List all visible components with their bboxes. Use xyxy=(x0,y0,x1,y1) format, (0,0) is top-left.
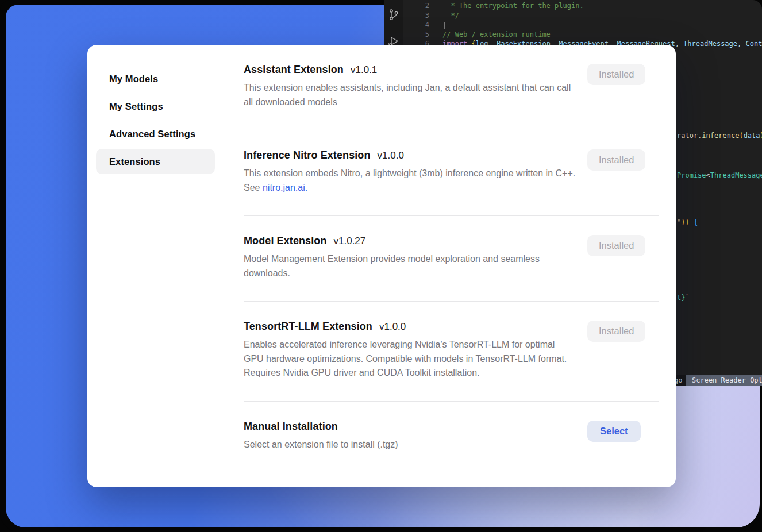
sidebar-item-advanced-settings[interactable]: Advanced Settings xyxy=(96,121,215,147)
extension-description: Select an extension file to install (.tg… xyxy=(244,438,576,452)
extension-row-manual-installation: Manual Installation Select an extension … xyxy=(244,402,659,475)
nitro-jan-ai-link[interactable]: nitro.jan.ai. xyxy=(263,183,307,192)
installed-button[interactable]: Installed xyxy=(587,64,645,85)
sidebar-item-label: Advanced Settings xyxy=(109,129,195,140)
sidebar-item-label: My Models xyxy=(109,74,158,84)
extension-name: TensortRT-LLM Extension xyxy=(244,321,372,333)
sidebar-item-my-settings[interactable]: My Settings xyxy=(96,94,215,119)
installed-button[interactable]: Installed xyxy=(587,235,645,256)
extension-description: Model Management Extension provides mode… xyxy=(244,252,576,280)
extension-row-model: Model Extension v1.0.27 Model Management… xyxy=(244,216,659,301)
desktop-canvas: 2 * The entrypoint for the plugin.3 */45… xyxy=(0,0,762,532)
installed-button[interactable]: Installed xyxy=(587,149,645,171)
extension-info: TensortRT-LLM Extension v1.0.0 Enables a… xyxy=(244,321,576,380)
extension-name: Assistant Extension xyxy=(244,64,344,76)
select-button[interactable]: Select xyxy=(587,421,641,442)
extension-version: v1.0.0 xyxy=(379,321,406,333)
sidebar-item-label: Extensions xyxy=(109,156,160,167)
screen-reader-status-item[interactable]: Screen Reader Optimized xyxy=(686,375,762,386)
sidebar-item-extensions[interactable]: Extensions xyxy=(96,149,215,174)
extension-info: Manual Installation Select an extension … xyxy=(244,421,576,452)
extension-info: Inference Nitro Extension v1.0.0 This ex… xyxy=(244,149,576,195)
extension-row-tensorrt-llm: TensortRT-LLM Extension v1.0.0 Enables a… xyxy=(244,302,659,401)
extensions-list: Assistant Extension v1.0.1 This extensio… xyxy=(224,45,676,487)
code-lines[interactable]: 2 * The entrypoint for the plugin.3 */45… xyxy=(404,1,762,49)
extension-info: Assistant Extension v1.0.1 This extensio… xyxy=(244,64,576,109)
extension-description: This extension embeds Nitro, a lightweig… xyxy=(244,167,576,195)
extension-name: Manual Installation xyxy=(244,421,338,433)
sidebar-item-label: My Settings xyxy=(109,101,163,112)
extension-version: v1.0.27 xyxy=(334,236,366,247)
sidebar-item-my-models[interactable]: My Models xyxy=(96,66,215,91)
extension-description: Enables accelerated inference leveraging… xyxy=(244,338,576,380)
settings-modal: My Models My Settings Advanced Settings … xyxy=(87,45,676,487)
settings-sidebar: My Models My Settings Advanced Settings … xyxy=(87,45,224,487)
source-control-icon[interactable] xyxy=(387,8,400,22)
extension-description: This extension enables assistants, inclu… xyxy=(244,81,576,109)
extension-name: Model Extension xyxy=(244,235,327,247)
screenshot-root: 2 * The entrypoint for the plugin.3 */45… xyxy=(0,0,762,532)
extension-row-inference-nitro: Inference Nitro Extension v1.0.0 This ex… xyxy=(244,130,659,215)
extension-name: Inference Nitro Extension xyxy=(244,149,371,161)
extension-version: v1.0.0 xyxy=(378,150,404,161)
installed-button[interactable]: Installed xyxy=(587,321,645,342)
extension-info: Model Extension v1.0.27 Model Management… xyxy=(244,235,576,280)
extension-row-assistant: Assistant Extension v1.0.1 This extensio… xyxy=(244,45,659,130)
extension-version: v1.0.1 xyxy=(351,64,377,76)
